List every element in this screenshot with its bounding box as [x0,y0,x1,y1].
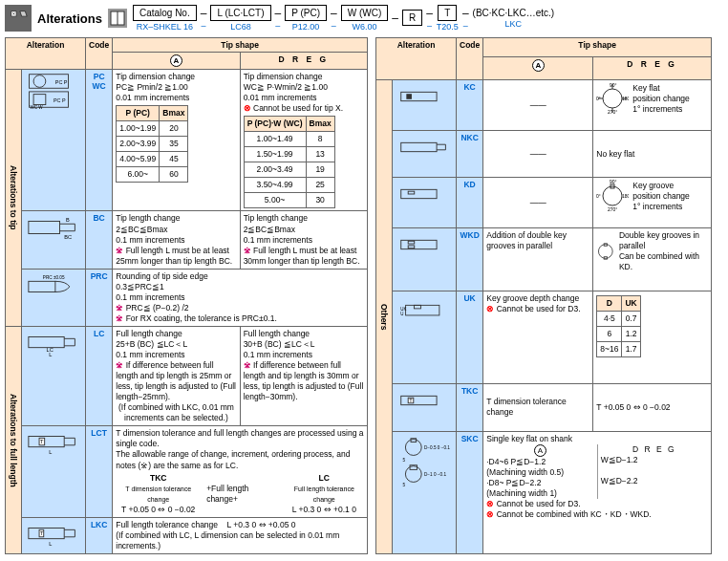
svg-text:UK: UK [400,307,406,312]
svg-rect-41 [401,240,437,248]
svg-text:L: L [49,541,52,547]
svg-text:D−0.5 0 −0.1: D−0.5 0 −0.1 [424,445,450,450]
code-tkc: TKC [457,383,483,431]
svg-text:WC W: WC W [30,105,43,110]
svg-rect-47 [406,305,439,315]
svg-text:PC P: PC P [54,97,66,103]
lkc-diagram: TL [22,517,86,553]
catalog-no-box: Catalog No. [133,5,197,21]
svg-text:90°: 90° [610,82,617,88]
bc-diagram: BBC [22,211,86,269]
svg-rect-43 [408,246,415,248]
svg-rect-5 [33,95,46,105]
code-kd: KD [457,178,483,227]
svg-text:270°: 270° [608,206,617,212]
svg-text:B: B [66,218,70,224]
svg-point-27 [603,89,622,108]
svg-point-2 [33,76,46,88]
code-nkc: NKC [457,130,483,178]
header-title: Alterations [37,11,102,26]
svg-text:180°: 180° [622,96,629,101]
svg-rect-12 [29,281,55,291]
svg-text:5: 5 [403,483,406,487]
right-table: Alteration Code Tip shape A D R E G Othe… [375,37,712,554]
svg-text:180°: 180° [622,193,629,199]
svg-rect-48 [414,305,420,309]
code-kc: KC [457,80,483,130]
svg-text:T: T [40,530,44,536]
svg-rect-51 [401,396,437,404]
code-uk: UK [457,291,483,383]
svg-text:T: T [409,398,413,403]
svg-text:L: L [49,352,52,357]
book-icon [108,9,127,28]
uk-diagram: UKU [393,291,457,383]
code-pcwc: PC WC [86,70,113,211]
svg-rect-17 [29,437,64,447]
catalog-spec: Catalog No. RX–SHKEL 16 –– L (LC·LCT) LC… [133,5,554,32]
code-skc: SKC [457,431,483,553]
svg-text:90°: 90° [610,180,617,184]
code-bc: BC [86,211,113,269]
code-lkc: LKC [86,517,113,553]
kc-diagram [393,80,457,130]
svg-point-44 [599,245,613,259]
svg-rect-9 [29,222,60,234]
svg-text:BC: BC [64,235,72,241]
lc-diagram: LCL [22,326,86,425]
svg-rect-32 [401,142,437,151]
code-prc: PRC [86,269,113,326]
svg-text:U: U [400,312,403,316]
left-table: Alteration Code Tip shape A D R E G Alte… [5,37,368,554]
code-wkd: WKD [457,227,483,291]
alterations-icon [5,5,32,32]
svg-text:270°: 270° [608,109,617,115]
svg-text:D−1 0 −0.1: D−1 0 −0.1 [424,472,446,477]
svg-rect-26 [406,95,412,100]
svg-text:PRC ±0.05: PRC ±0.05 [43,275,65,280]
nkc-diagram [393,130,457,178]
kd-diagram [393,178,457,227]
svg-point-35 [603,186,622,205]
svg-text:L: L [49,449,52,455]
svg-text:0°: 0° [596,193,601,199]
svg-rect-33 [401,190,437,199]
tkc-diagram: T [393,383,457,431]
code-lct: LCT [86,426,113,517]
pcwc-diagram: PC PPC PWC W [22,70,86,211]
wkd-diagram [393,227,457,291]
svg-text:T: T [40,439,44,444]
svg-text:0°: 0° [596,96,601,101]
svg-text:5: 5 [403,458,406,463]
code-lc: LC [86,326,113,425]
svg-rect-14 [29,336,64,347]
lct-diagram: TL [22,426,86,517]
header-row: Alterations Catalog No. RX–SHKEL 16 –– L… [5,5,723,32]
svg-rect-21 [29,528,64,538]
tables-container: Alteration Code Tip shape A D R E G Alte… [5,37,723,554]
prc-diagram: PRC ±0.05 [22,269,86,326]
svg-point-58 [405,465,421,482]
skc-diagram: D−0.5 0 −0.15D−1 0 −0.15 [393,431,457,553]
svg-rect-34 [408,192,415,195]
svg-text:PC P: PC P [55,79,68,85]
svg-rect-42 [408,241,415,244]
